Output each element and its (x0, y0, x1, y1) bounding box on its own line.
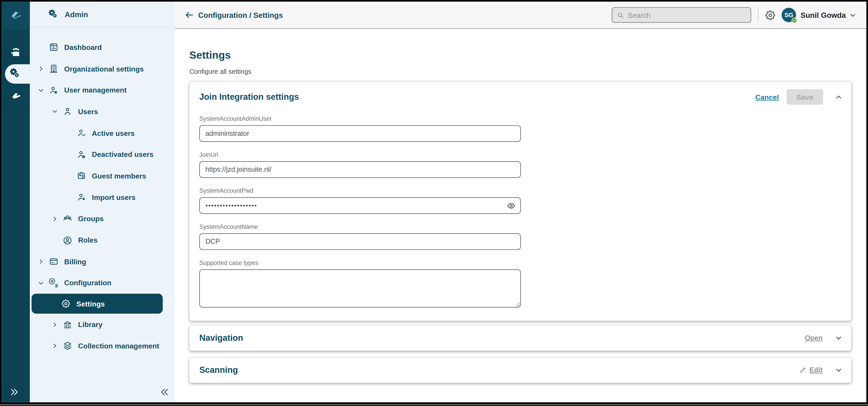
search-input[interactable] (628, 11, 746, 19)
sidebar-item-organizational-settings[interactable]: Organizational settings (30, 58, 175, 80)
eye-icon (506, 201, 516, 210)
sidebar-item-dashboard[interactable]: Dashboard (30, 36, 175, 58)
chevron-slot (50, 237, 59, 243)
dashboard-icon (49, 42, 59, 52)
card-title: Navigation (199, 333, 243, 343)
people-group-icon (10, 47, 22, 58)
sidebar-item-settings-selected[interactable]: Settings (32, 294, 163, 314)
pencil-icon (799, 366, 807, 374)
id-card-icon (76, 171, 86, 181)
expand-section-button[interactable] (835, 334, 842, 342)
chevron-right-icon[interactable] (50, 215, 59, 222)
layers-icon (62, 341, 72, 351)
join-integration-card: Join Integration settings Cancel Save (189, 82, 851, 321)
system-account-admin-user-input[interactable] (199, 125, 521, 142)
rail-item-members[interactable] (2, 47, 30, 58)
cancel-button[interactable]: Cancel (755, 93, 779, 101)
breadcrumb: Configuration / Settings (198, 11, 283, 19)
chevron-slot (36, 44, 45, 51)
back-button[interactable] (184, 10, 194, 20)
user-check-icon (76, 128, 86, 138)
bank-icon (62, 320, 72, 329)
page-subtitle: Configure all settings (189, 68, 851, 76)
chevron-down-icon (849, 11, 856, 19)
supported-case-types-textarea[interactable] (199, 269, 521, 308)
chevron-down-icon[interactable] (50, 108, 59, 115)
icon-rail (2, 2, 30, 402)
chevron-down-icon[interactable] (36, 280, 45, 286)
frame-hairline (0, 404, 868, 405)
page-content: Settings Configure all settings Join Int… (175, 29, 866, 383)
header-settings-button[interactable] (765, 9, 776, 21)
sidebar: Admin Dashboard Organizational settings (30, 2, 175, 402)
search-icon (617, 11, 624, 19)
chevron-down-icon (835, 366, 842, 374)
credit-card-icon (49, 257, 59, 266)
open-button[interactable]: Open (805, 334, 823, 342)
system-account-pwd-input[interactable] (199, 197, 521, 214)
gear-icon (61, 299, 71, 309)
double-chevron-left-icon (160, 387, 169, 397)
avatar[interactable]: SG (782, 8, 796, 22)
gear-list-icon (49, 278, 59, 288)
settings-gears-icon (10, 68, 22, 80)
user-icon (62, 107, 72, 116)
form-field: SystemAccountAdminUser (199, 115, 841, 142)
sidebar-item-collection-management[interactable]: Collection management (30, 335, 175, 356)
field-label: SystemAccountPwd (199, 186, 841, 194)
avatar-initials: SG (784, 12, 794, 18)
sidebar-item-guest-members[interactable]: Guest members (30, 165, 175, 186)
chevron-right-icon[interactable] (36, 65, 45, 72)
system-account-name-input[interactable] (199, 233, 521, 250)
field-label: SystemAccountName (199, 223, 841, 230)
card-title: Join Integration settings (199, 92, 299, 102)
user-name: Sunil Gowda (801, 11, 846, 19)
user-blocked-icon (76, 149, 86, 159)
form-field: SystemAccountName (199, 223, 841, 250)
edit-button[interactable]: Edit (810, 366, 823, 374)
rail-item-workspace[interactable] (2, 90, 30, 101)
sidebar-header-admin[interactable]: Admin (30, 2, 175, 28)
join-url-input[interactable] (199, 161, 521, 178)
double-chevron-right-icon (9, 387, 19, 397)
check-icon (793, 19, 796, 22)
gear-icon (765, 9, 776, 21)
sidebar-item-active-users[interactable]: Active users (30, 122, 175, 144)
users-group-icon (62, 214, 72, 224)
main-area: Configuration / Settings SG (175, 2, 866, 402)
sidebar-item-deactivated-users[interactable]: Deactivated users (30, 144, 175, 165)
chevron-down-icon[interactable] (36, 87, 45, 93)
sidebar-item-library[interactable]: Library (30, 314, 175, 335)
save-button[interactable]: Save (786, 89, 823, 105)
rail-expand-button[interactable] (9, 387, 19, 397)
header-divider (758, 8, 758, 22)
user-gear-icon (49, 85, 59, 95)
sidebar-collapse-button[interactable] (160, 387, 169, 397)
field-label: JoinUrl (199, 151, 841, 158)
chevron-right-icon[interactable] (50, 343, 59, 349)
building-icon (49, 64, 59, 74)
app-logo-icon (8, 9, 23, 22)
field-label: SystemAccountAdminUser (199, 115, 841, 122)
collapse-section-button[interactable] (835, 93, 842, 100)
app-logo-tile[interactable] (2, 2, 30, 29)
card-title: Scanning (199, 365, 238, 375)
chevron-right-icon[interactable] (36, 258, 45, 265)
sidebar-item-user-management[interactable]: User management (30, 80, 175, 101)
user-import-icon (76, 192, 86, 202)
sidebar-item-users[interactable]: Users (30, 101, 175, 122)
expand-section-button[interactable] (835, 366, 842, 374)
sidebar-item-configuration[interactable]: Configuration (30, 272, 175, 294)
search-box[interactable] (612, 7, 751, 23)
user-menu-button[interactable] (849, 11, 856, 19)
sidebar-item-billing[interactable]: Billing (30, 251, 175, 272)
sidebar-item-roles[interactable]: Roles (30, 230, 175, 251)
sidebar-item-groups[interactable]: Groups (30, 208, 175, 230)
window-frame: Admin Dashboard Organizational settings (0, 0, 868, 406)
sidebar-item-import-users[interactable]: Import users (30, 186, 175, 208)
sidebar-header-label: Admin (65, 10, 88, 19)
toggle-password-visibility-button[interactable] (506, 201, 516, 210)
chevron-right-icon[interactable] (50, 321, 59, 328)
rail-item-admin-active[interactable] (2, 68, 30, 80)
workspace-logo-icon (10, 90, 22, 101)
